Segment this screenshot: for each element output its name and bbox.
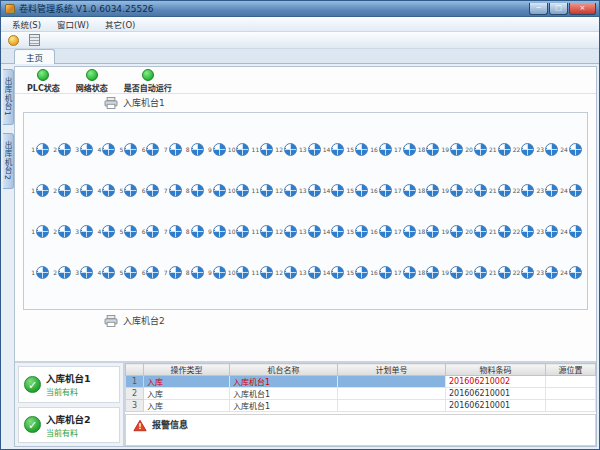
- slot-circle[interactable]: [308, 225, 321, 238]
- slot-circle[interactable]: [450, 143, 463, 156]
- maximize-button[interactable]: □: [549, 3, 568, 15]
- row-number-cell[interactable]: 1: [126, 376, 144, 388]
- slot-circle[interactable]: [124, 184, 137, 197]
- slot-circle[interactable]: [403, 184, 416, 197]
- slot-circle[interactable]: [403, 266, 416, 279]
- slot-circle[interactable]: [260, 143, 273, 156]
- slot-circle[interactable]: [498, 225, 511, 238]
- slot-circle[interactable]: [146, 184, 159, 197]
- slot-circle[interactable]: [521, 184, 534, 197]
- slot-circle[interactable]: [169, 225, 182, 238]
- slot-circle[interactable]: [36, 266, 49, 279]
- slot-circle[interactable]: [284, 266, 297, 279]
- table-cell[interactable]: 201606210002: [446, 376, 546, 388]
- slot-circle[interactable]: [355, 266, 368, 279]
- table-cell[interactable]: [338, 388, 446, 400]
- table-header-cell[interactable]: 机台名称: [230, 364, 338, 376]
- slot-circle[interactable]: [569, 225, 582, 238]
- clock-button[interactable]: [5, 33, 22, 48]
- table-cell[interactable]: 入库: [144, 400, 230, 412]
- slot-circle[interactable]: [379, 225, 392, 238]
- slot-circle[interactable]: [331, 143, 344, 156]
- slot-circle[interactable]: [284, 225, 297, 238]
- tab-home[interactable]: 主页: [14, 49, 55, 64]
- slot-circle[interactable]: [498, 266, 511, 279]
- slot-circle[interactable]: [80, 143, 93, 156]
- slot-circle[interactable]: [58, 266, 71, 279]
- slot-circle[interactable]: [545, 266, 558, 279]
- slot-circle[interactable]: [102, 184, 115, 197]
- slot-circle[interactable]: [521, 266, 534, 279]
- slot-circle[interactable]: [169, 143, 182, 156]
- slot-circle[interactable]: [379, 184, 392, 197]
- table-cell[interactable]: 入库机台1: [230, 388, 338, 400]
- table-header-cell[interactable]: 物料条码: [446, 364, 546, 376]
- slot-circle[interactable]: [474, 184, 487, 197]
- slot-circle[interactable]: [450, 225, 463, 238]
- slot-circle[interactable]: [236, 225, 249, 238]
- slot-circle[interactable]: [308, 143, 321, 156]
- table-row[interactable]: 1入库入库机台1201606210002: [126, 376, 596, 388]
- slot-circle[interactable]: [191, 225, 204, 238]
- table-cell[interactable]: [546, 376, 596, 388]
- slot-circle[interactable]: [36, 225, 49, 238]
- slot-circle[interactable]: [213, 184, 226, 197]
- slot-circle[interactable]: [124, 143, 137, 156]
- slot-circle[interactable]: [450, 266, 463, 279]
- slot-circle[interactable]: [36, 184, 49, 197]
- table-cell[interactable]: [546, 388, 596, 400]
- slot-circle[interactable]: [331, 184, 344, 197]
- menu-item[interactable]: 其它(O): [97, 17, 143, 31]
- machine-status-card[interactable]: ✓入库机台1当前有料: [18, 366, 120, 403]
- slot-circle[interactable]: [379, 143, 392, 156]
- table-cell[interactable]: 入库机台1: [230, 376, 338, 388]
- slot-circle[interactable]: [102, 225, 115, 238]
- slot-circle[interactable]: [403, 143, 416, 156]
- slot-circle[interactable]: [426, 266, 439, 279]
- table-cell[interactable]: 201606210001: [446, 400, 546, 412]
- slot-circle[interactable]: [169, 266, 182, 279]
- slot-circle[interactable]: [498, 184, 511, 197]
- dock-tab[interactable]: 出库机台2: [3, 133, 14, 189]
- slot-circle[interactable]: [191, 266, 204, 279]
- menu-item[interactable]: 系统(S): [4, 17, 49, 31]
- table-cell[interactable]: [338, 400, 446, 412]
- slot-circle[interactable]: [569, 266, 582, 279]
- slot-circle[interactable]: [284, 143, 297, 156]
- slot-circle[interactable]: [146, 266, 159, 279]
- slot-circle[interactable]: [260, 266, 273, 279]
- table-cell[interactable]: 入库: [144, 376, 230, 388]
- table-cell[interactable]: [546, 400, 596, 412]
- slot-circle[interactable]: [146, 225, 159, 238]
- slot-circle[interactable]: [355, 143, 368, 156]
- slot-circle[interactable]: [308, 184, 321, 197]
- slot-circle[interactable]: [331, 266, 344, 279]
- slot-circle[interactable]: [521, 225, 534, 238]
- minimize-button[interactable]: ─: [529, 3, 548, 15]
- slot-circle[interactable]: [450, 184, 463, 197]
- slot-circle[interactable]: [191, 143, 204, 156]
- slot-circle[interactable]: [80, 225, 93, 238]
- print-button-station1[interactable]: [103, 96, 118, 109]
- slot-circle[interactable]: [355, 225, 368, 238]
- table-header-cell[interactable]: 操作类型: [144, 364, 230, 376]
- slot-circle[interactable]: [58, 225, 71, 238]
- slot-circle[interactable]: [236, 184, 249, 197]
- calculator-button[interactable]: [26, 33, 43, 48]
- close-button[interactable]: ×: [569, 3, 596, 15]
- slot-circle[interactable]: [124, 266, 137, 279]
- slot-circle[interactable]: [331, 225, 344, 238]
- table-header-cell[interactable]: 源位置: [546, 364, 596, 376]
- table-header-cell[interactable]: 计划单号: [338, 364, 446, 376]
- machine-status-card[interactable]: ✓入库机台2当前有料: [18, 407, 120, 444]
- slot-circle[interactable]: [545, 225, 558, 238]
- slot-circle[interactable]: [569, 184, 582, 197]
- slot-circle[interactable]: [569, 143, 582, 156]
- slot-circle[interactable]: [213, 266, 226, 279]
- slot-circle[interactable]: [474, 143, 487, 156]
- slot-circle[interactable]: [80, 266, 93, 279]
- slot-circle[interactable]: [213, 143, 226, 156]
- table-cell[interactable]: [338, 376, 446, 388]
- slot-circle[interactable]: [102, 143, 115, 156]
- table-cell[interactable]: 入库: [144, 388, 230, 400]
